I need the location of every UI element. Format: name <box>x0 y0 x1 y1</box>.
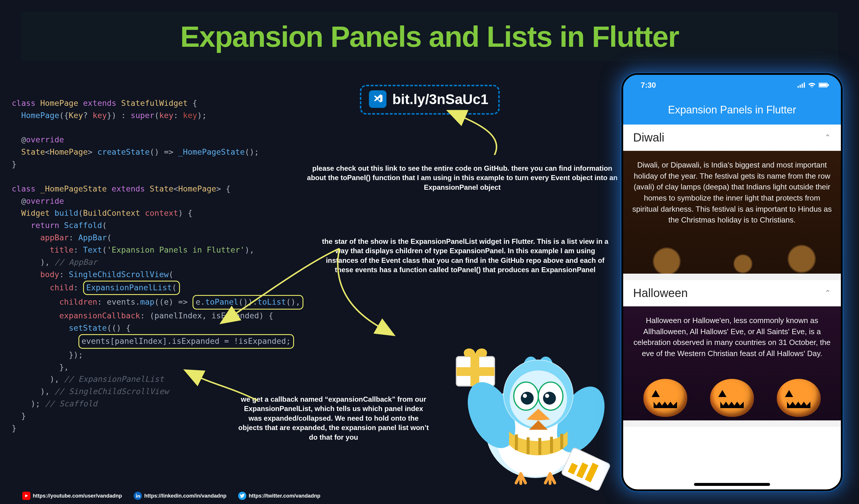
svg-point-12 <box>521 392 534 405</box>
highlight-expansionpanelist: ExpansionPanelList( <box>83 281 180 295</box>
twitter-icon <box>238 492 246 500</box>
svg-rect-31 <box>828 84 829 86</box>
panel-body-text: Halloween or Hallowe'en, less commonly k… <box>633 316 831 358</box>
svg-marker-32 <box>25 494 28 497</box>
panel-gap <box>623 274 841 280</box>
panel-header-diwali[interactable]: Diwali ⌃ <box>623 125 841 151</box>
type-homepage: HomePage <box>40 98 83 108</box>
panel-title: Halloween <box>633 286 688 300</box>
page-title: Expansion Panels and Lists in Flutter <box>180 20 679 53</box>
panel-body-diwali: Diwali, or Dipawali, is India's biggest … <box>623 151 841 274</box>
brace-close: } <box>12 160 16 169</box>
app-bar: Expansion Panels in Flutter <box>623 95 841 125</box>
svg-rect-30 <box>819 84 827 86</box>
annotation-expansioncallback: we get a callback named “expansionCallba… <box>237 395 430 442</box>
pumpkin-row <box>623 379 841 417</box>
vscode-icon <box>369 90 387 108</box>
app-bar-title: Expansion Panels in Flutter <box>668 104 796 116</box>
social-youtube-url: https://youtube.com/user/vandadnp <box>33 493 122 499</box>
svg-point-15 <box>545 394 549 398</box>
social-twitter[interactable]: https://twitter.com/vandadnp <box>238 492 320 500</box>
svg-rect-26 <box>800 85 801 88</box>
signal-icon <box>798 82 805 88</box>
annotation-github-link: please check out this link to see the en… <box>304 164 620 192</box>
battery-icon <box>819 82 829 88</box>
panel-header-halloween[interactable]: Halloween ⌃ <box>623 280 841 306</box>
kw-extends: extends <box>83 98 121 108</box>
chevron-up-icon: ⌃ <box>825 133 831 142</box>
brace: { <box>193 98 197 108</box>
code-block: class HomePage extends StatefulWidget { … <box>12 85 348 435</box>
pumpkin-icon <box>643 379 687 417</box>
pumpkin-icon <box>777 379 821 417</box>
ctor-name: HomePage <box>21 111 59 120</box>
svg-rect-27 <box>802 84 803 88</box>
status-bar: 7:30 <box>623 75 841 95</box>
phone-mockup: 7:30 Expansion Panels in Flutter Diwali … <box>621 73 843 491</box>
svg-point-34 <box>136 494 137 495</box>
social-youtube[interactable]: https://youtube.com/user/vandadnp <box>22 492 122 500</box>
linkedin-icon <box>134 492 142 500</box>
mascot-bird <box>451 333 614 491</box>
panel-next-peek <box>623 427 841 447</box>
svg-rect-28 <box>804 82 805 88</box>
annotation-expansionpanellist: the star of the show is the ExpansionPan… <box>320 237 610 275</box>
panel-title: Diwali <box>633 131 664 144</box>
svg-rect-2 <box>470 357 479 386</box>
social-linkedin[interactable]: https://linkedin.com/in/vandadnp <box>134 492 226 500</box>
github-link-text: bit.ly/3nSaUc1 <box>392 91 488 107</box>
kw-class: class <box>12 98 40 108</box>
phone-screen: 7:30 Expansion Panels in Flutter Diwali … <box>623 75 841 489</box>
panel-gap <box>623 420 841 427</box>
type-statefulwidget: StatefulWidget <box>121 98 193 108</box>
panel-body-text: Diwali, or Dipawali, is India's biggest … <box>632 160 832 224</box>
social-linkedin-url: https://linkedin.com/in/vandadnp <box>144 493 226 499</box>
highlight-topanel: e.toPanel()).toList(), <box>193 295 304 310</box>
status-time: 7:30 <box>641 81 656 90</box>
panel-body-halloween: Halloween or Hallowe'en, less commonly k… <box>623 306 841 420</box>
home-indicator <box>694 483 770 486</box>
pumpkin-icon <box>710 379 754 417</box>
override-anno: override <box>26 135 64 144</box>
highlight-toggle: events[panelIndex].isExpanded = !isExpan… <box>78 334 294 349</box>
svg-rect-33 <box>136 495 137 498</box>
svg-point-14 <box>523 394 527 398</box>
wifi-icon <box>808 82 816 88</box>
title-bar: Expansion Panels and Lists in Flutter <box>20 12 839 61</box>
github-link-pill[interactable]: bit.ly/3nSaUc1 <box>360 85 500 115</box>
svg-point-13 <box>543 392 556 405</box>
youtube-icon <box>22 492 30 500</box>
svg-rect-25 <box>798 86 799 88</box>
footer-socials: https://youtube.com/user/vandadnp https:… <box>22 492 327 500</box>
chevron-up-icon: ⌃ <box>825 288 831 298</box>
social-twitter-url: https://twitter.com/vandadnp <box>249 493 320 499</box>
